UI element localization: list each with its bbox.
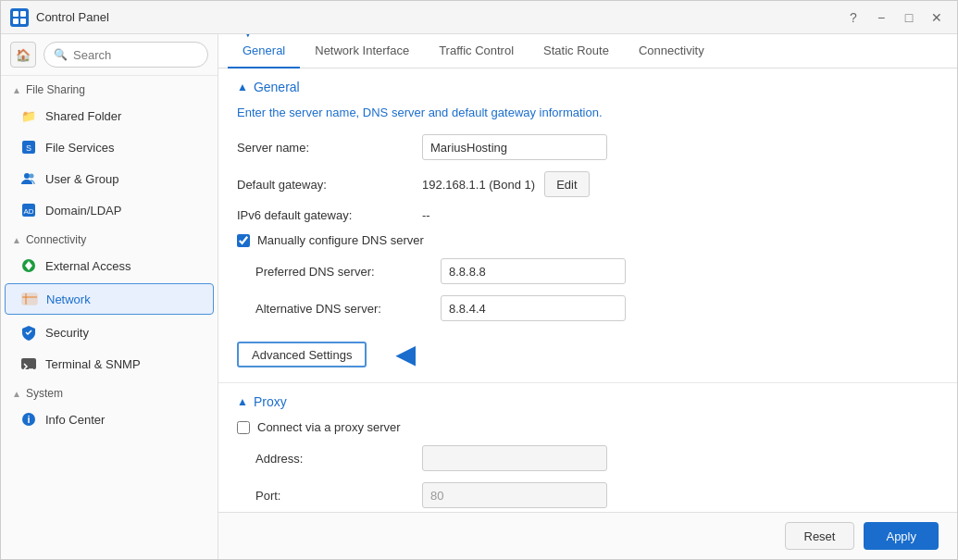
sidebar-label-user-group: User & Group (45, 172, 118, 186)
ipv6-gateway-text: -- (422, 208, 430, 222)
search-input[interactable] (73, 48, 198, 62)
proxy-section-title: Proxy (254, 394, 287, 409)
info-center-icon: i (19, 410, 38, 429)
proxy-section-header[interactable]: ▲ Proxy (218, 383, 957, 420)
section-label-file-sharing: File Sharing (26, 83, 85, 96)
chevron-up-icon-3: ▲ (12, 389, 21, 399)
connect-proxy-row: Connect via a proxy server (237, 420, 939, 434)
domain-icon: AD (19, 201, 38, 219)
sidebar-label-domain-ldap: Domain/LDAP (45, 204, 121, 218)
sidebar-item-user-group[interactable]: User & Group (1, 163, 218, 194)
preferred-dns-input[interactable] (441, 258, 626, 284)
chevron-up-icon: ▲ (12, 85, 21, 95)
network-icon (20, 290, 39, 308)
terminal-icon (19, 355, 38, 373)
alternative-dns-input[interactable] (441, 295, 626, 321)
svg-point-7 (30, 174, 34, 179)
window-controls: ? − □ ✕ (842, 6, 948, 29)
proxy-port-label: Port: (237, 489, 422, 503)
default-gateway-label: Default gateway: (237, 178, 422, 192)
external-access-icon (19, 256, 38, 275)
tab-traffic-control[interactable]: Traffic Control (424, 34, 529, 68)
user-group-icon (19, 169, 38, 188)
advanced-settings-wrapper: Advanced Settings ◀ (237, 342, 367, 367)
server-name-input[interactable] (422, 134, 607, 160)
main-layout: 🏠 🔍 ▲ File Sharing 📁 Shared Folder S (1, 34, 957, 559)
sidebar-section-connectivity[interactable]: ▲ Connectivity (1, 226, 218, 250)
sidebar-item-security[interactable]: Security (1, 317, 218, 348)
server-name-value (422, 134, 607, 160)
minimize-button[interactable]: − (870, 6, 892, 29)
sidebar-label-file-services: File Services (45, 141, 114, 155)
proxy-address-input[interactable] (422, 445, 607, 471)
sidebar-item-terminal-snmp[interactable]: Terminal & SNMP (1, 348, 218, 380)
sidebar-label-terminal-snmp: Terminal & SNMP (45, 357, 141, 371)
proxy-section: ▲ Proxy Connect via a proxy server Addre… (218, 383, 957, 512)
tab-static-route[interactable]: Static Route (529, 34, 624, 68)
section-label-connectivity: Connectivity (26, 233, 86, 246)
tab-bar: ▼ General Network Interface Traffic Cont… (218, 34, 957, 68)
default-gateway-row: Default gateway: 192.168.1.1 (Bond 1) Ed… (237, 171, 939, 197)
sidebar-section-file-sharing[interactable]: ▲ File Sharing (1, 76, 218, 100)
sidebar-section-system[interactable]: ▲ System (1, 380, 218, 404)
app-icon (10, 8, 29, 27)
ipv6-gateway-value: -- (422, 208, 430, 222)
section-label-system: System (26, 387, 63, 400)
connect-proxy-checkbox[interactable] (237, 421, 250, 434)
proxy-address-row: Address: (237, 445, 939, 471)
search-box[interactable]: 🔍 (44, 42, 208, 68)
content-body: ▲ General Enter the server name, DNS ser… (218, 68, 957, 512)
proxy-port-input[interactable] (422, 482, 607, 508)
close-button[interactable]: ✕ (926, 6, 948, 29)
sidebar: 🏠 🔍 ▲ File Sharing 📁 Shared Folder S (1, 34, 218, 559)
general-section-header[interactable]: ▲ General (218, 68, 957, 106)
svg-rect-2 (13, 19, 19, 24)
titlebar: Control Panel ? − □ ✕ (1, 1, 957, 34)
sidebar-home-row: 🏠 🔍 (1, 34, 218, 76)
file-services-icon: S (19, 138, 38, 156)
general-section-body: Enter the server name, DNS server and de… (218, 106, 957, 382)
alternative-dns-label: Alternative DNS server: (255, 302, 441, 316)
sidebar-item-info-center[interactable]: i Info Center (1, 404, 218, 435)
manually-dns-row: Manually configure DNS server (237, 233, 939, 247)
general-info-text: Enter the server name, DNS server and de… (237, 106, 939, 119)
sidebar-item-shared-folder[interactable]: 📁 Shared Folder (1, 100, 218, 131)
search-icon: 🔍 (54, 48, 68, 61)
sidebar-item-file-services[interactable]: S File Services (1, 131, 218, 163)
sidebar-label-shared-folder: Shared Folder (45, 109, 121, 123)
home-button[interactable]: 🏠 (10, 42, 36, 68)
svg-rect-0 (13, 11, 19, 17)
manually-dns-label: Manually configure DNS server (257, 233, 424, 247)
window-title: Control Panel (36, 10, 835, 24)
advanced-settings-button[interactable]: Advanced Settings (237, 342, 367, 367)
server-name-row: Server name: (237, 134, 939, 160)
sidebar-item-external-access[interactable]: External Access (1, 250, 218, 281)
reset-button[interactable]: Reset (785, 522, 855, 550)
svg-rect-1 (20, 11, 26, 17)
default-gateway-text: 192.168.1.1 (Bond 1) (422, 178, 535, 192)
chevron-up-proxy: ▲ (237, 395, 248, 408)
tab-connectivity[interactable]: Connectivity (624, 34, 719, 68)
proxy-port-row: Port: (237, 482, 939, 508)
bottom-bar: Reset Apply (218, 512, 957, 559)
arrow-annotation-right: ◀ (396, 341, 415, 369)
svg-rect-12 (21, 358, 36, 369)
edit-gateway-button[interactable]: Edit (544, 171, 589, 197)
svg-text:S: S (26, 143, 31, 153)
security-icon (19, 323, 38, 342)
sidebar-item-domain-ldap[interactable]: AD Domain/LDAP (1, 194, 218, 226)
general-section-title: General (254, 80, 300, 94)
apply-button[interactable]: Apply (864, 522, 939, 550)
home-icon: 🏠 (16, 48, 31, 62)
sidebar-item-network[interactable]: Network (5, 283, 214, 315)
chevron-up-icon-2: ▲ (12, 235, 21, 245)
help-button[interactable]: ? (842, 6, 865, 29)
maximize-button[interactable]: □ (898, 6, 920, 29)
sidebar-label-security: Security (45, 326, 89, 340)
sidebar-label-info-center: Info Center (45, 413, 105, 427)
default-gateway-value: 192.168.1.1 (Bond 1) Edit (422, 171, 590, 197)
manually-dns-checkbox[interactable] (237, 234, 250, 247)
control-panel-window: Control Panel ? − □ ✕ 🏠 🔍 ▲ File Sh (0, 0, 958, 560)
tab-network-interface[interactable]: Network Interface (300, 34, 424, 68)
tab-general[interactable]: General (228, 34, 300, 68)
